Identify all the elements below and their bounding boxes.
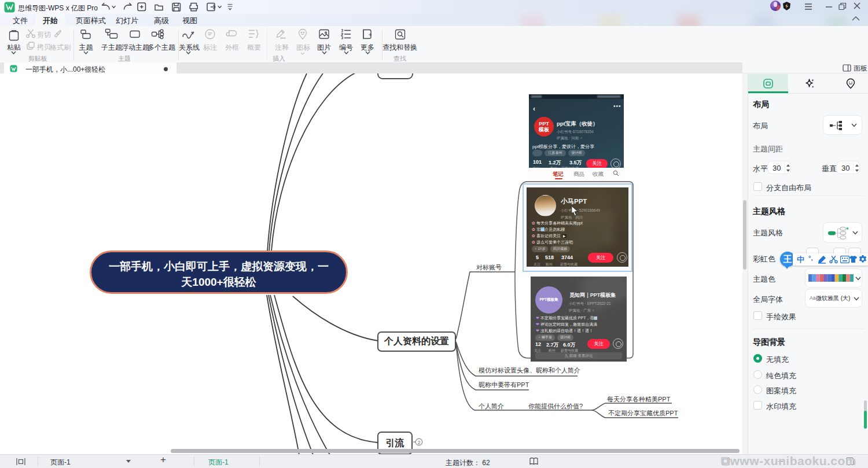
svg-text:2: 2	[417, 440, 420, 445]
